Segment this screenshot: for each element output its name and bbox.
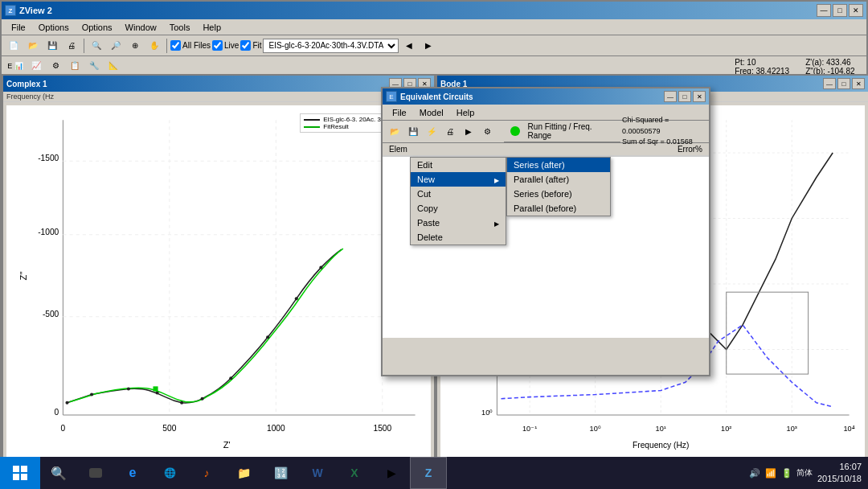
taskbar-task-view[interactable]	[77, 457, 114, 489]
info-pt: Pt: 10	[735, 58, 789, 67]
start-button[interactable]	[0, 457, 40, 489]
eq-menu-file[interactable]: File	[386, 106, 413, 119]
taskbar-calc[interactable]: 🔢	[262, 457, 299, 489]
taskbar-items: 🔍 e 🌐 ♪ 📁 🔢 W X ▶ Z	[40, 457, 748, 489]
word-icon: W	[309, 464, 326, 482]
fit-label: Fit	[252, 41, 261, 50]
taskbar-music[interactable]: ♪	[188, 457, 225, 489]
menu-options[interactable]: Options	[76, 21, 119, 34]
svg-point-19	[90, 393, 93, 397]
taskbar-ie[interactable]: e	[114, 457, 151, 489]
fit-checkbox[interactable]	[240, 40, 251, 51]
taskbar-media[interactable]: ▶	[373, 457, 410, 489]
chi-squared: Chi-Squared = 0.00050579	[622, 115, 706, 137]
eq-open-btn[interactable]: 📂	[386, 123, 403, 141]
volume-icon[interactable]: 🔊	[748, 466, 761, 479]
t2-btn2[interactable]: 📈	[27, 57, 45, 75]
save-btn[interactable]: 💾	[43, 37, 61, 55]
submenu-series-after[interactable]: Series (after)	[507, 158, 610, 172]
music-icon: ♪	[198, 464, 215, 482]
eq-menu-model[interactable]: Model	[413, 106, 450, 119]
svg-text:-1000: -1000	[38, 228, 59, 236]
eq-settings-btn[interactable]: ⚙	[479, 123, 496, 141]
t2-btn4[interactable]: 📋	[66, 57, 84, 75]
taskbar-word[interactable]: W	[299, 457, 336, 489]
bode-minimize[interactable]: —	[823, 78, 836, 89]
svg-point-25	[266, 335, 269, 339]
nav-right-btn[interactable]: ▶	[420, 37, 437, 55]
submenu-parallel-before[interactable]: Parallel (before)	[507, 201, 610, 216]
zoom-all-btn[interactable]: ⊕	[126, 37, 144, 55]
t2-btn6[interactable]: 📐	[104, 57, 122, 75]
taskbar-zview[interactable]: Z	[410, 457, 447, 489]
taskbar-folder[interactable]: 📁	[225, 457, 262, 489]
submenu-parallel-after[interactable]: Parallel (after)	[507, 172, 610, 187]
pan-btn[interactable]: ✋	[145, 37, 163, 55]
media-icon: ▶	[383, 464, 400, 482]
maximize-button[interactable]: □	[833, 4, 847, 17]
allfiles-label: All Files	[182, 41, 211, 50]
ctx-new[interactable]: New	[411, 172, 506, 187]
menu-window[interactable]: Window	[119, 21, 163, 34]
close-button[interactable]: ✕	[849, 4, 863, 17]
eq-title-left: E Equivalent Circuits	[386, 91, 473, 102]
eq-restore[interactable]: □	[678, 91, 691, 102]
open-btn[interactable]: 📂	[24, 37, 42, 55]
complex-title: Complex 1	[6, 80, 47, 88]
network-tray-icon[interactable]: 📶	[764, 466, 777, 479]
eq-menu-help[interactable]: Help	[450, 106, 481, 119]
menu-tools[interactable]: Tools	[163, 21, 197, 34]
eq-minimize[interactable]: —	[664, 91, 677, 102]
eq-circuit-btn[interactable]: ⚡	[423, 123, 440, 141]
taskbar-taskview-icon	[89, 468, 102, 478]
svg-rect-28	[153, 386, 158, 391]
zoom-in-btn[interactable]: 🔍	[88, 37, 105, 55]
sep1	[84, 39, 84, 53]
ctx-delete[interactable]: Delete	[411, 230, 506, 244]
eq-title-text: Equivalent Circuits	[400, 92, 473, 101]
svg-rect-56	[21, 474, 27, 480]
eq-run-btn[interactable]: ▶	[461, 123, 477, 141]
taskbar-search[interactable]: 🔍	[40, 457, 77, 489]
t2-btn3[interactable]: ⚙	[47, 57, 64, 75]
eq-close[interactable]: ✕	[693, 91, 706, 102]
new-btn[interactable]: 📄	[5, 37, 23, 55]
legend-fit-line	[304, 126, 320, 128]
print-btn[interactable]: 🖨	[63, 37, 80, 55]
bode-close[interactable]: ✕	[852, 78, 865, 89]
svg-point-23	[201, 397, 204, 401]
submenu-series-before[interactable]: Series (before)	[507, 187, 610, 201]
ime-label[interactable]: 简体	[796, 467, 813, 479]
menu-file[interactable]: File	[5, 21, 32, 34]
t2-btn1[interactable]: E 📊	[5, 57, 26, 75]
live-checkbox[interactable]	[212, 40, 223, 51]
minimize-button[interactable]: —	[817, 4, 831, 17]
svg-text:Frequency (Hz): Frequency (Hz)	[633, 441, 689, 450]
battery-icon[interactable]: 🔋	[780, 466, 793, 479]
taskbar-time: 16:07 2015/10/18	[817, 461, 862, 486]
eq-print-btn[interactable]: 🖨	[442, 123, 459, 141]
ctx-new-arrow	[494, 175, 499, 184]
nav-left-btn[interactable]: ◀	[400, 37, 418, 55]
excel-icon: X	[346, 464, 363, 482]
eq-save-btn[interactable]: 💾	[404, 123, 421, 141]
ctx-edit[interactable]: Edit	[411, 158, 506, 172]
file-dropdown[interactable]: EIS-glc-6-3·20Ac·30th-4.3V.DTA	[263, 39, 399, 53]
taskbar-excel[interactable]: X	[336, 457, 373, 489]
live-checkbox-group: Live	[212, 40, 239, 51]
menu-help[interactable]: Help	[196, 21, 227, 34]
svg-point-18	[65, 401, 68, 405]
taskbar-network[interactable]: 🌐	[151, 457, 188, 489]
zoom-out-btn[interactable]: 🔎	[107, 37, 125, 55]
allfiles-checkbox[interactable]	[170, 40, 181, 51]
bode-maximize[interactable]: □	[837, 78, 850, 89]
menu-graph[interactable]: Options	[32, 21, 76, 34]
t2-btn5[interactable]: 🔧	[85, 57, 103, 75]
ctx-copy[interactable]: Copy	[411, 201, 506, 216]
ctx-paste[interactable]: Paste	[411, 216, 506, 230]
svg-point-26	[295, 297, 298, 300]
fit-checkbox-group: Fit	[240, 40, 261, 51]
svg-point-27	[319, 266, 322, 269]
eq-title-bar: E Equivalent Circuits — □ ✕	[383, 88, 709, 105]
ctx-cut[interactable]: Cut	[411, 187, 506, 201]
